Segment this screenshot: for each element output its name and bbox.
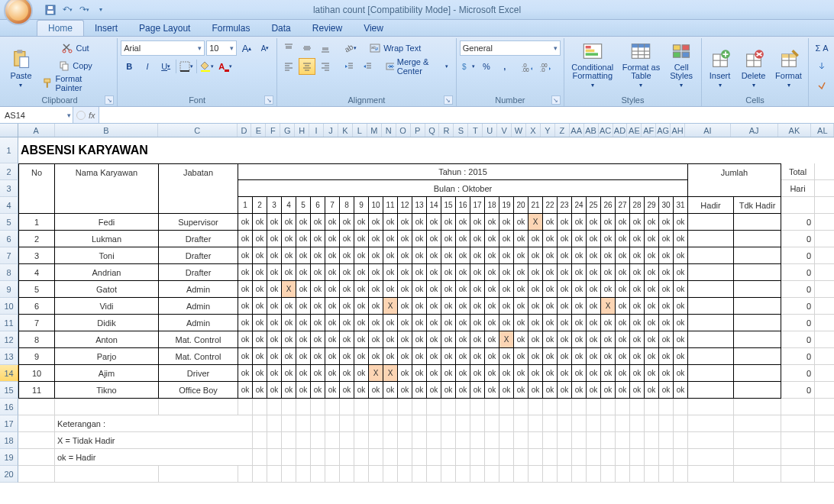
cell[interactable]: [253, 415, 267, 432]
cell[interactable]: ok: [383, 331, 398, 348]
cell[interactable]: ok: [311, 348, 325, 365]
cell[interactable]: ok: [325, 231, 340, 247]
cell[interactable]: Admin: [159, 281, 238, 298]
cell[interactable]: ok: [514, 382, 529, 399]
cell[interactable]: [815, 197, 834, 214]
cell[interactable]: ok: [499, 214, 514, 231]
cell[interactable]: ok: [253, 382, 267, 399]
cell[interactable]: [441, 449, 456, 466]
cell[interactable]: ok: [427, 281, 441, 298]
cell[interactable]: ok: [441, 365, 456, 382]
cell[interactable]: ok: [543, 231, 558, 247]
cell[interactable]: [325, 432, 340, 449]
cell[interactable]: ok: [282, 247, 296, 264]
cell[interactable]: ok: [296, 348, 311, 365]
cell[interactable]: 6: [18, 298, 55, 315]
cell[interactable]: ok: [572, 365, 587, 382]
cell[interactable]: Admin: [159, 298, 238, 315]
cell[interactable]: ok: [311, 264, 325, 281]
cell[interactable]: 0: [781, 214, 815, 231]
cell[interactable]: 4: [282, 197, 296, 214]
cell[interactable]: ok: [572, 281, 587, 298]
cell[interactable]: ok: [282, 214, 296, 231]
cell[interactable]: ok: [398, 281, 412, 298]
cell[interactable]: ok: [311, 231, 325, 247]
cell[interactable]: ok: [412, 315, 427, 331]
format-as-table-button[interactable]: Format as Table▾: [621, 40, 662, 90]
cell[interactable]: [529, 415, 543, 432]
cell[interactable]: [55, 180, 159, 197]
cell[interactable]: ok: [383, 281, 398, 298]
col-header[interactable]: O: [396, 124, 411, 137]
cell[interactable]: [815, 214, 834, 231]
cell[interactable]: ok: [398, 331, 412, 348]
cell[interactable]: ok: [587, 382, 601, 399]
cell[interactable]: Ajim: [55, 365, 159, 382]
cell[interactable]: [311, 399, 325, 415]
cell[interactable]: ok: [296, 382, 311, 399]
row-header[interactable]: 14: [0, 365, 18, 382]
cell[interactable]: [311, 415, 325, 432]
cell[interactable]: Parjo: [55, 348, 159, 365]
row-header[interactable]: 16: [0, 399, 18, 415]
col-header[interactable]: X: [526, 124, 541, 137]
cell[interactable]: ok: [630, 382, 645, 399]
cell[interactable]: [688, 415, 734, 432]
cell[interactable]: [282, 466, 296, 483]
cell[interactable]: [587, 449, 601, 466]
col-header[interactable]: D: [238, 124, 252, 137]
cell[interactable]: ok: [601, 348, 616, 365]
cell[interactable]: [572, 399, 587, 415]
cell[interactable]: ok: [645, 382, 659, 399]
column-headers[interactable]: ABCDEFGHIJKLMNOPQRSTUVWXYZAAABACADAEAFAG…: [0, 124, 834, 137]
cell[interactable]: ok: [543, 331, 558, 348]
cell[interactable]: ok: [253, 231, 267, 247]
cell[interactable]: Supervisor: [159, 214, 238, 231]
cell[interactable]: [558, 399, 572, 415]
cell[interactable]: 0: [781, 298, 815, 315]
cell[interactable]: ok: [427, 264, 441, 281]
col-header[interactable]: P: [411, 124, 425, 137]
cell[interactable]: [601, 449, 616, 466]
cell[interactable]: [688, 399, 734, 415]
cell[interactable]: [383, 415, 398, 432]
cell[interactable]: [267, 449, 282, 466]
cell[interactable]: [311, 449, 325, 466]
cell[interactable]: ok: [470, 315, 485, 331]
cell[interactable]: [470, 415, 485, 432]
cell[interactable]: ok: [398, 298, 412, 315]
cell[interactable]: ok: [529, 382, 543, 399]
cell[interactable]: ok: [282, 365, 296, 382]
decrease-indent-icon[interactable]: [341, 58, 357, 75]
cell[interactable]: [734, 449, 781, 466]
cell[interactable]: ok: [543, 264, 558, 281]
cell[interactable]: [645, 466, 659, 483]
cell[interactable]: [815, 415, 834, 432]
cell[interactable]: ok: [238, 231, 253, 247]
cell[interactable]: [456, 415, 470, 432]
cell[interactable]: 0: [781, 281, 815, 298]
cell[interactable]: ok: [369, 331, 383, 348]
cell[interactable]: [325, 466, 340, 483]
cell[interactable]: ok: [311, 365, 325, 382]
dialog-launcher-icon[interactable]: ↘: [551, 95, 561, 105]
cell[interactable]: ok: [282, 382, 296, 399]
cell[interactable]: [659, 399, 674, 415]
cell[interactable]: ok: [340, 214, 354, 231]
cell[interactable]: ok: [558, 315, 572, 331]
col-header[interactable]: G: [280, 124, 295, 137]
cell[interactable]: ok: [456, 382, 470, 399]
conditional-formatting-button[interactable]: Conditional Formatting▾: [567, 40, 618, 90]
cut-button[interactable]: Cut: [40, 40, 114, 57]
cell[interactable]: ok: [354, 365, 369, 382]
row-header[interactable]: 1: [0, 137, 18, 163]
cell[interactable]: ok: [674, 365, 688, 382]
cell[interactable]: Jumlah: [688, 163, 781, 180]
cell[interactable]: [781, 197, 815, 214]
percent-format-icon[interactable]: %: [478, 58, 495, 75]
cell[interactable]: 11: [383, 197, 398, 214]
col-header[interactable]: AB: [584, 124, 599, 137]
cell[interactable]: [499, 466, 514, 483]
col-header[interactable]: B: [55, 124, 158, 137]
cell[interactable]: [781, 449, 815, 466]
